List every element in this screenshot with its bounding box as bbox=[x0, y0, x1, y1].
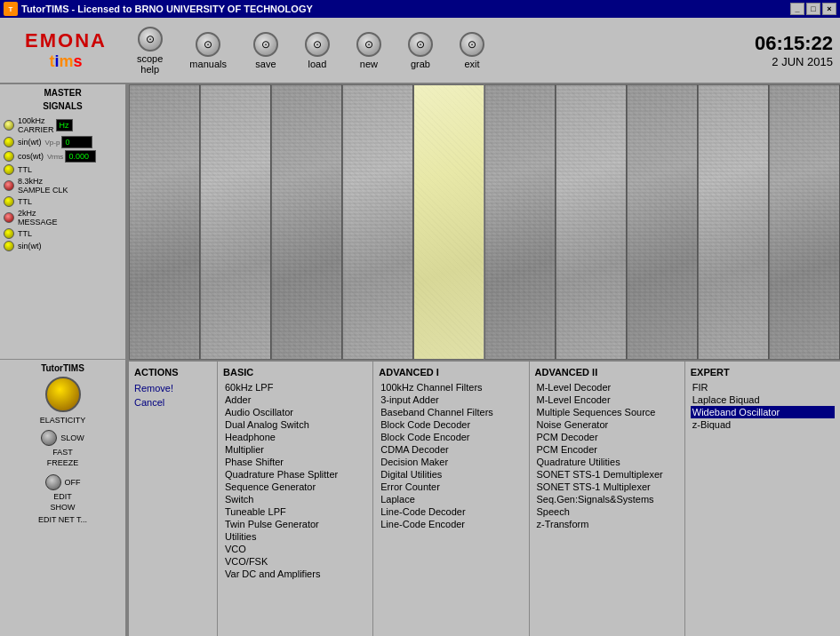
list-item[interactable]: Noise Generator bbox=[535, 418, 679, 431]
list-item[interactable]: 3-input Adder bbox=[379, 394, 523, 406]
maximize-button[interactable]: □ bbox=[806, 3, 820, 15]
off-row: OFF bbox=[4, 474, 122, 490]
edit-label: EDIT bbox=[53, 492, 72, 501]
module-slot-9[interactable] bbox=[698, 84, 769, 360]
list-item[interactable]: Line-Code Encoder bbox=[379, 518, 523, 530]
vrms-label: Vrms bbox=[47, 153, 63, 161]
new-button[interactable]: ⊙ new bbox=[356, 32, 381, 69]
list-item[interactable]: Quadrature Phase Splitter bbox=[223, 468, 367, 481]
edit-net-label: EDIT NET T... bbox=[4, 515, 122, 524]
list-item[interactable]: z-Biquad bbox=[691, 418, 835, 431]
list-item[interactable]: Adder bbox=[223, 394, 367, 406]
list-item[interactable]: VCO bbox=[223, 543, 367, 555]
list-item[interactable]: SONET STS-1 Multiplexer bbox=[535, 481, 679, 493]
list-item[interactable]: Phase Shifter bbox=[223, 456, 367, 468]
list-item[interactable]: Switch bbox=[223, 493, 367, 505]
list-item[interactable]: Multiplier bbox=[223, 443, 367, 456]
module-slot-1[interactable] bbox=[129, 84, 200, 360]
off-label: OFF bbox=[65, 478, 81, 487]
manuals-label: manuals bbox=[189, 59, 227, 69]
main-area: MASTER SIGNALS 100kHzCARRIER Hz sin(wt) … bbox=[0, 84, 840, 636]
list-item[interactable]: Speech bbox=[535, 505, 679, 518]
module-slot-2[interactable] bbox=[200, 84, 271, 360]
list-item[interactable]: Baseband Channel Filters bbox=[379, 406, 523, 418]
list-item[interactable]: z-Transform bbox=[535, 518, 679, 530]
scope-sublabel: help bbox=[140, 64, 159, 75]
list-item[interactable]: Line-Code Decoder bbox=[379, 505, 523, 518]
list-item[interactable]: Digital Utilities bbox=[379, 468, 523, 481]
grab-button[interactable]: ⊙ grab bbox=[408, 32, 433, 69]
actions-title: ACTIONS bbox=[134, 367, 212, 378]
module-slot-10[interactable] bbox=[769, 84, 840, 360]
list-item[interactable]: Error Counter bbox=[379, 481, 523, 493]
new-label: new bbox=[360, 59, 378, 69]
list-item[interactable]: VCO/FSK bbox=[223, 555, 367, 568]
exit-label: exit bbox=[464, 59, 479, 69]
module-slot-7[interactable] bbox=[556, 84, 627, 360]
carrier-label: 100kHzCARRIER bbox=[18, 116, 54, 134]
vrms-value: 0.000 bbox=[65, 150, 96, 163]
list-item[interactable]: Laplace Biquad bbox=[691, 394, 835, 406]
list-item[interactable]: Decision Maker bbox=[379, 456, 523, 468]
list-item[interactable]: 60kHz LPF bbox=[223, 381, 367, 394]
sinwt-label: sin(wt) bbox=[18, 138, 42, 147]
list-item[interactable]: Var DC and Amplifiers bbox=[223, 568, 367, 580]
module-slot-6[interactable] bbox=[484, 84, 556, 360]
list-item[interactable]: Utilities bbox=[223, 530, 367, 543]
cancel-action[interactable]: Cancel bbox=[134, 397, 212, 408]
minimize-button[interactable]: _ bbox=[790, 3, 804, 15]
list-item[interactable]: Wideband Oscillator bbox=[691, 406, 835, 418]
expert-items-list: FIRLaplace BiquadWideband Oscillatorz-Bi… bbox=[691, 381, 835, 431]
list-item[interactable]: Block Code Decoder bbox=[379, 418, 523, 431]
advanced1-category: ADVANCED I 100kHz Channel Filters3-input… bbox=[373, 362, 529, 636]
list-item[interactable]: Tuneable LPF bbox=[223, 505, 367, 518]
load-button[interactable]: ⊙ load bbox=[305, 32, 330, 69]
hz-value: Hz bbox=[56, 119, 73, 131]
list-item[interactable]: M-Level Encoder bbox=[535, 394, 679, 406]
slow-label: SLOW bbox=[60, 433, 84, 442]
load-icon: ⊙ bbox=[305, 32, 330, 57]
advanced2-category: ADVANCED II M-Level DecoderM-Level Encod… bbox=[530, 362, 685, 636]
scope-button[interactable]: ⊙ scope help bbox=[137, 27, 163, 75]
elasticity-label: ELASTICITY bbox=[4, 416, 122, 425]
list-item[interactable]: Headphone bbox=[223, 431, 367, 443]
list-item[interactable]: Twin Pulse Generator bbox=[223, 518, 367, 530]
ttl3-label: TTL bbox=[18, 229, 32, 238]
content-area: ACTIONS Remove! Cancel BASIC 60kHz LPFAd… bbox=[129, 84, 840, 636]
list-item[interactable]: PCM Encoder bbox=[535, 443, 679, 456]
list-item[interactable]: CDMA Decoder bbox=[379, 443, 523, 456]
list-item[interactable]: FIR bbox=[691, 381, 835, 394]
module-slot-4[interactable] bbox=[342, 84, 413, 360]
list-item[interactable]: PCM Decoder bbox=[535, 431, 679, 443]
expert-category: EXPERT FIRLaplace BiquadWideband Oscilla… bbox=[685, 362, 840, 636]
list-item[interactable]: 100kHz Channel Filters bbox=[379, 381, 523, 394]
list-item[interactable]: Sequence Generator bbox=[223, 481, 367, 493]
slow-fast-row: SLOW bbox=[4, 430, 122, 446]
list-item[interactable]: Multiple Sequences Source bbox=[535, 406, 679, 418]
list-item[interactable]: Quadrature Utilities bbox=[535, 456, 679, 468]
module-slot-3[interactable] bbox=[271, 84, 342, 360]
ttl2-label: TTL bbox=[18, 197, 32, 206]
close-button[interactable]: × bbox=[822, 3, 836, 15]
ttl1-led bbox=[4, 164, 14, 175]
exit-button[interactable]: ⊙ exit bbox=[460, 32, 484, 69]
list-item[interactable]: Seq.Gen:Signals&Systems bbox=[535, 493, 679, 505]
module-slot-5-active[interactable] bbox=[413, 84, 484, 360]
remove-action[interactable]: Remove! bbox=[134, 383, 212, 394]
list-item[interactable]: Block Code Encoder bbox=[379, 431, 523, 443]
save-button[interactable]: ⊙ save bbox=[253, 32, 278, 69]
sample-clk-led bbox=[4, 180, 14, 191]
fast-label: FAST bbox=[52, 448, 73, 457]
logo-emona: EMONA bbox=[25, 29, 107, 52]
coswt-label: cos(wt) bbox=[18, 152, 44, 161]
list-item[interactable]: Dual Analog Switch bbox=[223, 418, 367, 431]
list-item[interactable]: Laplace bbox=[379, 493, 523, 505]
elasticity-knob[interactable] bbox=[45, 377, 81, 412]
list-item[interactable]: M-Level Decoder bbox=[535, 381, 679, 394]
manuals-button[interactable]: ⊙ manuals bbox=[189, 32, 227, 69]
list-item[interactable]: SONET STS-1 Demultiplexer bbox=[535, 468, 679, 481]
logo: EMONA t i m s bbox=[4, 21, 128, 79]
list-item[interactable]: Audio Oscillator bbox=[223, 406, 367, 418]
module-slot-8[interactable] bbox=[627, 84, 698, 360]
freeze-label: FREEZE bbox=[47, 458, 79, 467]
